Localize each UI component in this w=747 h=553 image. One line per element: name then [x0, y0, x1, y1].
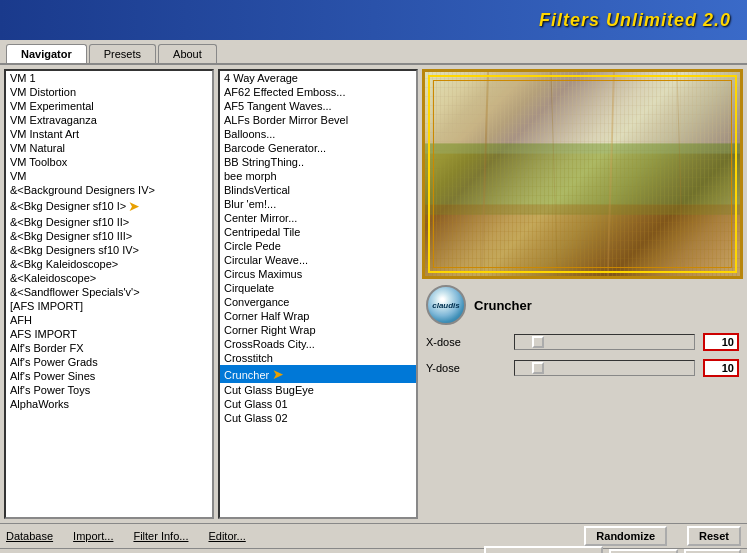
list-item[interactable]: Alf's Power Grads [6, 355, 212, 369]
main-content: VM 1 VM Distortion VM Experimental VM Ex… [0, 65, 747, 548]
tab-presets[interactable]: Presets [89, 44, 156, 63]
xdose-slider[interactable] [514, 334, 695, 350]
filter-item[interactable]: Circus Maximus [220, 267, 416, 281]
xdose-label: X-dose [426, 336, 506, 348]
list-item[interactable]: &<Bkg Designer sf10 III> [6, 229, 212, 243]
filter-item[interactable]: BlindsVertical [220, 183, 416, 197]
list-item-bkg-designer[interactable]: &<Bkg Designer sf10 I> ➤ [6, 197, 212, 215]
filter-item[interactable]: AF5 Tangent Waves... [220, 99, 416, 113]
middle-filter-list[interactable]: 4 Way Average AF62 Effected Emboss... AF… [218, 69, 418, 519]
filter-item[interactable]: Blur 'em!... [220, 197, 416, 211]
bottom-toolbar: Database Import... Filter Info... Editor… [0, 523, 747, 548]
filter-item[interactable]: Cut Glass BugEye [220, 383, 416, 397]
list-item-label: &<Bkg Designer sf10 I> [10, 200, 126, 212]
database-button[interactable]: Database [6, 530, 53, 542]
list-item[interactable]: Alf's Power Toys [6, 383, 212, 397]
controls-area: claudis Cruncher X-dose 10 Y-dose 10 [422, 283, 743, 519]
filter-item[interactable]: Convergance [220, 295, 416, 309]
list-item[interactable]: AlphaWorks [6, 397, 212, 411]
filter-icon-text: claudis [432, 301, 460, 310]
list-item[interactable]: &<Sandflower Specials'v'> [6, 285, 212, 299]
action-buttons: 👆 Apply Cancel Help [484, 546, 741, 553]
list-item[interactable]: &<Background Designers IV> [6, 183, 212, 197]
title-bar: Filters Unlimited 2.0 [0, 0, 747, 40]
import-button[interactable]: Import... [73, 530, 113, 542]
xdose-value[interactable]: 10 [703, 333, 739, 351]
ydose-label: Y-dose [426, 362, 506, 374]
ydose-slider[interactable] [514, 360, 695, 376]
tab-about[interactable]: About [158, 44, 217, 63]
list-item[interactable]: VM Toolbox [6, 155, 212, 169]
filter-item[interactable]: Balloons... [220, 127, 416, 141]
cancel-button[interactable]: Cancel [609, 549, 678, 554]
filter-item[interactable]: Circle Pede [220, 239, 416, 253]
list-item[interactable]: &<Bkg Designer sf10 II> [6, 215, 212, 229]
filter-name: Cruncher [474, 298, 532, 313]
preview-image [425, 72, 740, 276]
list-item[interactable]: VM 1 [6, 71, 212, 85]
filter-item[interactable]: Cut Glass 01 [220, 397, 416, 411]
filter-item-selected[interactable]: Cruncher ➤ [220, 365, 416, 383]
filter-item[interactable]: ALFs Border Mirror Bevel [220, 113, 416, 127]
top-panel: VM 1 VM Distortion VM Experimental VM Ex… [0, 65, 747, 523]
svg-rect-3 [425, 205, 740, 276]
editor-button[interactable]: Editor... [208, 530, 245, 542]
filter-info-button[interactable]: Filter Info... [133, 530, 188, 542]
tabs-row: Navigator Presets About [0, 40, 747, 65]
list-item[interactable]: &<Kaleidoscope> [6, 271, 212, 285]
filter-icon: claudis [426, 285, 466, 325]
arrow-icon: ➤ [272, 366, 284, 382]
filter-item[interactable]: Barcode Generator... [220, 141, 416, 155]
left-list-scroll: VM 1 VM Distortion VM Experimental VM Ex… [6, 71, 212, 411]
svg-rect-2 [425, 143, 740, 214]
list-item[interactable]: AFS IMPORT [6, 327, 212, 341]
list-item[interactable]: VM Distortion [6, 85, 212, 99]
list-item[interactable]: VM Natural [6, 141, 212, 155]
status-bar: Database: ICNET-Filters Filters: 4523 👆 … [0, 548, 747, 553]
tab-navigator[interactable]: Navigator [6, 44, 87, 63]
filter-item[interactable]: bee morph [220, 169, 416, 183]
apply-button[interactable]: 👆 Apply [484, 546, 603, 553]
list-item[interactable]: Alf's Border FX [6, 341, 212, 355]
list-item[interactable]: &<Bkg Designers sf10 IV> [6, 243, 212, 257]
filter-item[interactable]: 4 Way Average [220, 71, 416, 85]
filter-item[interactable]: BB StringThing.. [220, 155, 416, 169]
reset-button[interactable]: Reset [687, 526, 741, 546]
randomize-button[interactable]: Randomize [584, 526, 667, 546]
preview-box [422, 69, 743, 279]
app-title: Filters Unlimited 2.0 [539, 10, 731, 31]
list-item[interactable]: VM [6, 169, 212, 183]
left-filter-list[interactable]: VM 1 VM Distortion VM Experimental VM Ex… [4, 69, 214, 519]
filter-item[interactable]: Cirquelate [220, 281, 416, 295]
filter-item[interactable]: AF62 Effected Emboss... [220, 85, 416, 99]
filter-item[interactable]: Corner Right Wrap [220, 323, 416, 337]
arrow-icon: ➤ [128, 198, 140, 214]
param-row-xdose: X-dose 10 [422, 331, 743, 353]
filter-item[interactable]: Circular Weave... [220, 253, 416, 267]
filter-item-label: Cruncher [224, 369, 269, 381]
filter-item[interactable]: CrossRoads City... [220, 337, 416, 351]
list-item[interactable]: [AFS IMPORT] [6, 299, 212, 313]
filter-header: claudis Cruncher [422, 283, 743, 327]
list-item[interactable]: AFH [6, 313, 212, 327]
list-item[interactable]: VM Extravaganza [6, 113, 212, 127]
filter-item[interactable]: Crosstitch [220, 351, 416, 365]
svg-rect-1 [425, 72, 740, 154]
filter-item[interactable]: Centripedal Tile [220, 225, 416, 239]
filter-item[interactable]: Center Mirror... [220, 211, 416, 225]
filter-item[interactable]: Cut Glass 02 [220, 411, 416, 425]
list-item[interactable]: Alf's Power Sines [6, 369, 212, 383]
help-button[interactable]: Help [684, 549, 741, 554]
ydose-value[interactable]: 10 [703, 359, 739, 377]
list-item[interactable]: &<Bkg Kaleidoscope> [6, 257, 212, 271]
param-row-ydose: Y-dose 10 [422, 357, 743, 379]
list-item[interactable]: VM Instant Art [6, 127, 212, 141]
list-item[interactable]: VM Experimental [6, 99, 212, 113]
filter-item[interactable]: Corner Half Wrap [220, 309, 416, 323]
right-panel: claudis Cruncher X-dose 10 Y-dose 10 [422, 69, 743, 519]
